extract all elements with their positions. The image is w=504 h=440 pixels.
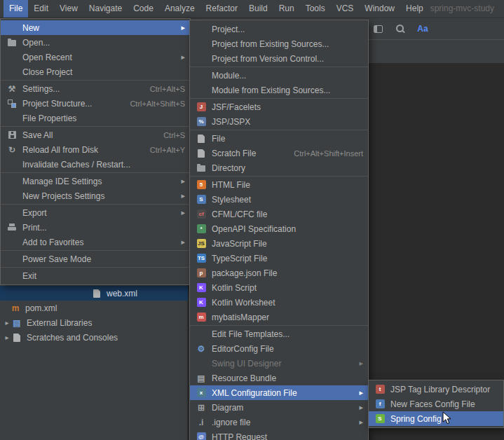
menu-item-stylesheet[interactable]: SStylesheet [190,192,368,207]
menu-item-reload-all-from-disk[interactable]: ↻Reload All from DiskCtrl+Alt+Y [1,142,190,157]
menubar-item-edit[interactable]: Edit [28,0,54,18]
menubar-item-analyze[interactable]: Analyze [159,0,200,18]
menubar-item-run[interactable]: Run [273,0,300,18]
ide-window: Aa web.xmlmpom.xml▸▤External Libraries▸S… [0,0,504,440]
window-project-label: spring-mvc-study [430,0,504,18]
menu-separator [1,250,190,251]
menu-item-ignore-file[interactable]: .i.ignore file▸ [190,415,368,429]
openapi-icon: * [197,224,206,233]
menu-item-file[interactable]: File [190,131,368,146]
menu-item-label: Diagram [212,403,243,413]
tree-item-external-libraries[interactable]: ▸▤External Libraries [0,315,188,330]
menu-item-save-all[interactable]: Save AllCtrl+S [1,128,190,142]
menu-item-open-recent[interactable]: Open Recent▸ [1,50,190,64]
translate-toolbar-button[interactable]: Aa [416,22,429,35]
menu-item-label: .ignore file [212,418,250,427]
icon-slot: S [374,414,386,424]
menubar-item-navigate[interactable]: Navigate [83,0,128,18]
menu-item-diagram[interactable]: ⊞Diagram▸ [190,400,368,415]
submenu-arrow-icon: ▸ [179,177,185,186]
submenu-arrow-icon: ▸ [179,208,185,217]
menu-item-html-file[interactable]: 5HTML File [190,177,368,192]
menu-item-power-save-mode[interactable]: Power Save Mode [1,252,190,266]
menu-item-project[interactable]: Project... [190,22,368,36]
menu-item-module-from-existing-sources[interactable]: Module from Existing Sources... [190,83,368,97]
icon-slot [91,289,102,298]
menubar-item-file[interactable]: File [4,0,28,18]
menu-item-swing-ui-designer[interactable]: Swing UI Designer▸ [190,356,368,371]
toolbar-icons: Aa [372,22,429,35]
menu-item-javascript-file[interactable]: JSJavaScript File [190,236,368,251]
menu-item-exit[interactable]: Exit [1,268,190,283]
menu-item-new-projects-settings[interactable]: New Projects Settings▸ [1,188,190,203]
chevron-right-icon[interactable]: ▸ [3,334,11,341]
menu-item-package-json-file[interactable]: ppackage.json File [190,266,368,280]
tree-item-scratches-and-consoles[interactable]: ▸Scratches and Consoles [0,330,188,345]
js-icon: JS [197,239,206,248]
menu-item-manage-ide-settings[interactable]: Manage IDE Settings▸ [1,174,190,188]
menu-item-label: File [212,134,225,144]
menu-item-label: mybatisMapper [212,312,269,322]
html-icon: 5 [197,180,206,189]
menubar-item-vcs[interactable]: VCS [331,0,360,18]
menu-item-resource-bundle[interactable]: ▤Resource Bundle [190,371,368,385]
menu-item-kotlin-worksheet[interactable]: KKotlin Worksheet [190,295,368,310]
menu-item-spring-config[interactable]: SSpring Config [369,411,503,426]
menu-item-settings[interactable]: ⚒Settings...Ctrl+Alt+S [1,81,190,96]
menu-item-invalidate-caches-restart[interactable]: Invalidate Caches / Restart... [1,157,190,172]
icon-slot [196,54,207,64]
menu-item-xml-configuration-file[interactable]: xXML Configuration File▸ [190,385,368,400]
tree-item-pom-xml[interactable]: mpom.xml [0,301,188,315]
menu-item-label: Add to Favorites [22,238,83,247]
menubar-item-window[interactable]: Window [359,0,400,18]
menu-item-openapi-specification[interactable]: *OpenAPI Specification [190,221,368,236]
menu-item-http-request[interactable]: @HTTP Request [190,429,368,440]
diagram-icon: ⊞ [198,404,205,412]
menu-item-label: Project Structure... [22,99,92,109]
menu-separator [190,98,368,99]
menubar-item-refactor[interactable]: Refactor [200,0,243,18]
search-toolbar-button[interactable] [394,22,407,35]
menu-item-cfml-cfc-file[interactable]: cfCFML/CFC file [190,207,368,221]
menubar-item-help[interactable]: Help [400,0,429,18]
mybatis-icon: m [197,312,206,322]
menu-item-label: Settings... [22,84,60,94]
submenu-arrow-icon: ▸ [179,191,185,200]
menubar-item-view[interactable]: View [54,0,83,18]
tree-item-web-xml[interactable]: web.xml [0,286,188,301]
menu-item-add-to-favorites[interactable]: Add to Favorites▸ [1,235,190,249]
chevron-right-icon[interactable]: ▸ [3,319,11,326]
panel-toolbar-button[interactable] [372,22,384,35]
menu-item-project-from-existing-sources[interactable]: Project from Existing Sources... [190,36,368,51]
menu-item-project-from-version-control[interactable]: Project from Version Control... [190,51,368,66]
menu-item-file-properties[interactable]: File Properties [1,111,190,125]
menu-item-jsp-tag-library-descriptor[interactable]: tJSP Tag Library Descriptor [369,382,503,397]
menu-item-new-faces-config-file[interactable]: fNew Faces Config File [369,397,503,411]
menu-item-new[interactable]: New▸ [1,20,190,35]
menu-item-editorconfig-file[interactable]: ⚙EditorConfig File [190,341,368,356]
tree-item-label: pom.xml [25,303,57,313]
menu-item-module[interactable]: Module... [190,68,368,83]
menu-item-edit-file-templates[interactable]: Edit File Templates... [190,326,368,341]
menu-item-right-group: Ctrl+Alt+Y [140,146,185,154]
menu-item-shortcut: Ctrl+Alt+S [140,85,185,93]
menu-item-label: New Projects Settings [22,191,104,201]
menu-item-label: Scratch File [212,149,256,158]
menu-item-project-structure[interactable]: Project Structure...Ctrl+Alt+Shift+S [1,96,190,111]
menu-item-open[interactable]: Open... [1,35,190,50]
menu-item-right-group: ▸ [352,359,363,368]
menu-item-jsp-jspx[interactable]: %JSP/JSPX [190,114,368,129]
menu-item-scratch-file[interactable]: Scratch FileCtrl+Alt+Shift+Insert [190,146,368,160]
menu-item-right-group: ▸ [352,388,363,397]
menu-item-print[interactable]: Print... [1,220,190,235]
menu-item-typescript-file[interactable]: TSTypeScript File [190,251,368,266]
menubar-item-tools[interactable]: Tools [300,0,331,18]
menu-item-kotlin-script[interactable]: KKotlin Script [190,280,368,295]
menu-item-mybatismapper[interactable]: mmybatisMapper [190,310,368,324]
menu-item-close-project[interactable]: Close Project [1,64,190,79]
menubar-item-build[interactable]: Build [243,0,273,18]
menu-item-export[interactable]: Export▸ [1,205,190,220]
menu-item-directory[interactable]: Directory [190,160,368,175]
menubar-item-code[interactable]: Code [128,0,159,18]
menu-item-jsf-facelets[interactable]: JJSF/Facelets [190,99,368,114]
